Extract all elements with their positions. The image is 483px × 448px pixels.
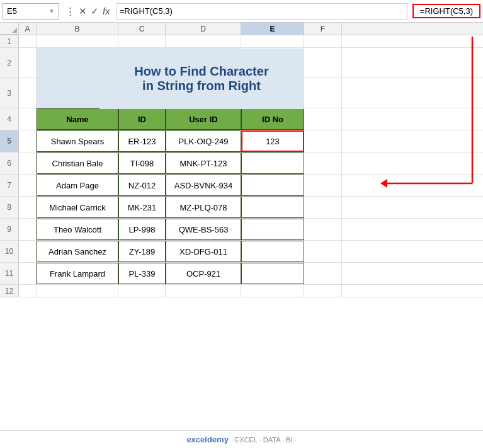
cell-reference-box[interactable]: E5 ▼ (3, 3, 59, 20)
cell-f11[interactable] (304, 263, 342, 284)
cell-f8[interactable] (304, 197, 342, 218)
cell-d4-userid-header[interactable]: User ID (166, 108, 241, 130)
cell-b11[interactable]: Frank Lampard (37, 263, 118, 284)
cell-f6[interactable] (304, 152, 342, 174)
cell-d6[interactable]: MNK-PT-123 (166, 152, 241, 174)
cell-d7[interactable]: ASD-BVNK-934 (166, 175, 241, 196)
cell-e8[interactable] (241, 197, 304, 218)
cell-c8[interactable]: MK-231 (118, 197, 166, 218)
cell-c4-id-header[interactable]: ID (118, 108, 166, 130)
cell-c9[interactable]: LP-998 (118, 219, 166, 240)
cell-c12[interactable] (118, 285, 166, 297)
row-num-9: 9 (0, 219, 19, 240)
cell-d9[interactable]: QWE-BS-563 (166, 219, 241, 240)
row-num-2: 2 (0, 48, 19, 78)
col-header-d[interactable]: D (166, 23, 241, 35)
title-merged-cell: How to Find Character in String from Rig… (99, 49, 304, 109)
dots-icon: ⋮ (65, 6, 75, 17)
table-row: 9 Theo Walcott LP-998 QWE-BS-563 (0, 219, 483, 241)
confirm-icon[interactable]: ✓ (91, 6, 99, 17)
cell-c10[interactable]: ZY-189 (118, 241, 166, 262)
col-header-f[interactable]: F (304, 23, 342, 35)
cell-f5[interactable] (304, 130, 342, 152)
cell-a8[interactable] (19, 197, 37, 218)
table-row: 11 Frank Lampard PL-339 OCP-921 (0, 263, 483, 285)
formula-annotation-box: =RIGHT(C5,3) (412, 4, 480, 18)
cell-e7[interactable] (241, 175, 304, 196)
table-row: 2 How to Find Character in String from R… (0, 48, 483, 78)
column-headers: A B C D E F (0, 23, 483, 35)
cell-a2[interactable] (19, 48, 37, 78)
cell-b1[interactable] (37, 35, 118, 47)
formula-text: =RIGHT(C5,3) (120, 6, 173, 16)
cell-b6[interactable]: Christian Bale (37, 152, 118, 174)
cell-f7[interactable] (304, 175, 342, 196)
cell-b10[interactable]: Adrian Sanchez (37, 241, 118, 262)
cell-b4-name-header[interactable]: Name (37, 108, 118, 130)
cell-a11[interactable] (19, 263, 37, 284)
cell-e11[interactable] (241, 263, 304, 284)
cell-d12[interactable] (166, 285, 241, 297)
fx-icon[interactable]: fx (103, 6, 110, 16)
cell-b9[interactable]: Theo Walcott (37, 219, 118, 240)
cell-e10[interactable] (241, 241, 304, 262)
formula-action-icons: ⋮ ✕ ✓ fx (62, 6, 114, 17)
row-num-4: 4 (0, 108, 19, 130)
cell-a7[interactable] (19, 175, 37, 196)
cancel-icon[interactable]: ✕ (79, 6, 87, 17)
table-row: 10 Adrian Sanchez ZY-189 XD-DFG-011 (0, 241, 483, 263)
cell-f1[interactable] (304, 35, 342, 47)
cell-a10[interactable] (19, 241, 37, 262)
row-num-11: 11 (0, 263, 19, 284)
cell-e9[interactable] (241, 219, 304, 240)
cell-e5[interactable]: 123 (241, 130, 304, 152)
row-num-6: 6 (0, 152, 19, 174)
row-num-7: 7 (0, 175, 19, 196)
cell-b7[interactable]: Adam Page (37, 175, 118, 196)
cell-a4[interactable] (19, 108, 37, 130)
cell-f4[interactable] (304, 108, 342, 130)
cell-d1[interactable] (166, 35, 241, 47)
cell-e1[interactable] (241, 35, 304, 47)
cell-c5[interactable]: ER-123 (118, 130, 166, 152)
table-row: 5 Shawn Spears ER-123 PLK-OIQ-249 123 (0, 130, 483, 152)
cell-b5[interactable]: Shawn Spears (37, 130, 118, 152)
dropdown-arrow-icon[interactable]: ▼ (48, 8, 55, 14)
cell-f9[interactable] (304, 219, 342, 240)
cell-ref-label: E5 (7, 6, 17, 16)
col-header-c[interactable]: C (118, 23, 166, 35)
cell-d5[interactable]: PLK-OIQ-249 (166, 130, 241, 152)
title-line1: How to Find Character (134, 64, 268, 79)
cell-d8[interactable]: MZ-PLQ-078 (166, 197, 241, 218)
row-num-5: 5 (0, 130, 19, 152)
cell-d10[interactable]: XD-DFG-011 (166, 241, 241, 262)
cell-a3[interactable] (19, 78, 37, 108)
cell-a5[interactable] (19, 130, 37, 152)
col-header-a[interactable]: A (19, 23, 37, 35)
cell-f2[interactable] (304, 48, 342, 78)
cell-a9[interactable] (19, 219, 37, 240)
title-line2: in String from Right (142, 79, 261, 93)
cell-a6[interactable] (19, 152, 37, 174)
row-num-1: 1 (0, 35, 19, 47)
cell-f3[interactable] (304, 78, 342, 108)
col-header-e[interactable]: E (241, 23, 304, 35)
cell-a1[interactable] (19, 35, 37, 47)
cell-a12[interactable] (19, 285, 37, 297)
cell-b8[interactable]: Michael Carrick (37, 197, 118, 218)
col-header-b[interactable]: B (37, 23, 118, 35)
cell-b12[interactable] (37, 285, 118, 297)
corner-cell (0, 23, 19, 35)
cell-c11[interactable]: PL-339 (118, 263, 166, 284)
cell-e6[interactable] (241, 152, 304, 174)
formula-input[interactable]: =RIGHT(C5,3) (116, 3, 407, 20)
cell-f12[interactable] (304, 285, 342, 297)
cell-e4-idno-header[interactable]: ID No (241, 108, 304, 130)
table-row: 8 Michael Carrick MK-231 MZ-PLQ-078 (0, 197, 483, 219)
cell-f10[interactable] (304, 241, 342, 262)
cell-c7[interactable]: NZ-012 (118, 175, 166, 196)
cell-c1[interactable] (118, 35, 166, 47)
cell-e12[interactable] (241, 285, 304, 297)
cell-c6[interactable]: TI-098 (118, 152, 166, 174)
cell-d11[interactable]: OCP-921 (166, 263, 241, 284)
